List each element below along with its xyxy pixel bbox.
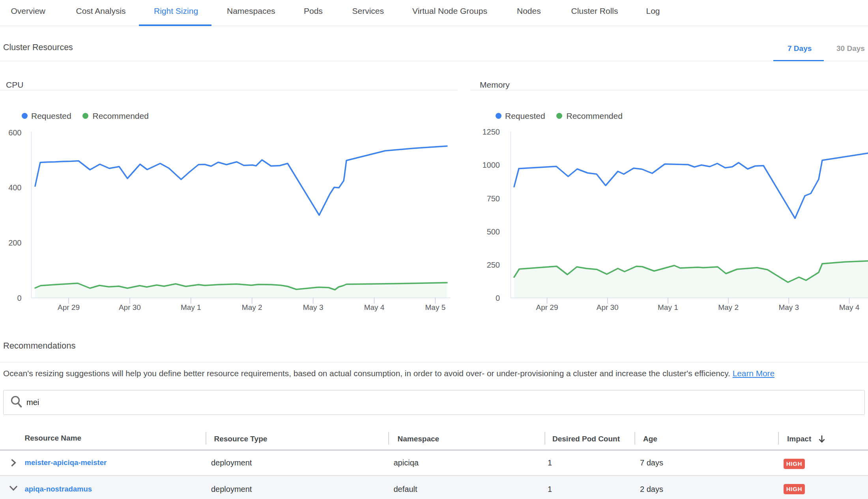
svg-text:May 5: May 5 [425, 303, 446, 311]
svg-text:Apr 30: Apr 30 [119, 303, 141, 311]
svg-text:1000: 1000 [483, 161, 500, 169]
svg-text:Apr 30: Apr 30 [597, 303, 619, 311]
svg-text:May 4: May 4 [364, 303, 385, 311]
svg-text:May 1: May 1 [181, 303, 201, 311]
svg-text:500: 500 [487, 227, 500, 236]
svg-text:May 3: May 3 [778, 303, 799, 311]
svg-text:May 2: May 2 [242, 303, 262, 311]
svg-text:600: 600 [8, 128, 21, 137]
svg-text:May 4: May 4 [839, 303, 860, 311]
svg-text:Apr 29: Apr 29 [536, 303, 558, 311]
svg-text:May 1: May 1 [658, 303, 678, 311]
svg-text:Apr 29: Apr 29 [58, 303, 80, 311]
svg-text:250: 250 [487, 261, 500, 269]
svg-text:750: 750 [487, 194, 500, 203]
svg-text:400: 400 [8, 183, 21, 192]
svg-text:200: 200 [8, 238, 21, 247]
svg-text:0: 0 [17, 294, 21, 302]
svg-text:May 3: May 3 [303, 303, 324, 311]
svg-text:1250: 1250 [483, 128, 500, 136]
svg-text:May 2: May 2 [718, 303, 739, 311]
svg-text:0: 0 [496, 294, 500, 302]
